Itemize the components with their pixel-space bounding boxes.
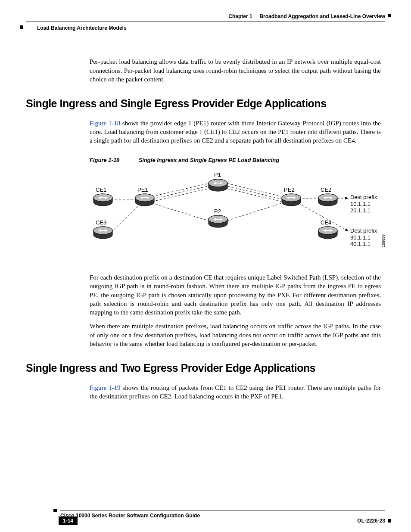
label-ce1: CE1 [96,186,106,194]
label-p2: P2 [214,208,221,215]
svg-line-2 [152,184,208,196]
label-ce4: CE4 [321,219,331,227]
router-ce3 [93,226,113,240]
svg-line-5 [152,203,208,221]
page-header: Chapter 1 Broadband Aggregation and Leas… [26,13,385,22]
page-number-badge: 1-14 [59,516,78,525]
section-1-para-2: For each destination prefix on a destina… [90,273,381,317]
svg-line-3 [152,186,208,199]
svg-line-9 [227,203,281,221]
section-1-para-1: Figure 1-18 shows the provider edge 1 (P… [90,119,381,145]
dest2-title: Dest prefix [350,227,377,234]
label-ce2: CE2 [321,186,331,194]
sec2-p1-text: shows the routing of packets from CE1 to… [90,384,381,400]
figure-1-19-link[interactable]: Figure 1-19 [90,384,121,391]
router-pe1 [135,193,155,207]
dest1-line2: 20.1.1.1 [350,207,371,214]
svg-line-7 [227,186,281,199]
diagram-id: 158658 [381,234,386,247]
chapter-title: Broadband Aggregation and Leased-Line Ov… [259,13,385,19]
header-marker [388,14,391,17]
svg-line-8 [227,189,281,202]
router-p1 [208,178,228,192]
figure-caption: Figure 1-18 Single Ingress and Single Eg… [90,156,385,164]
figure-1-18-link[interactable]: Figure 1-18 [90,120,120,127]
figure-title: Single Ingress and Single Egress PE Load… [139,157,280,163]
footer-marker [53,509,57,512]
network-diagram: CE1 CE3 PE1 P1 P2 PE2 CE2 CE4 Dest prefi… [90,170,383,260]
subheader-marker [20,25,23,29]
section-1-heading: Single Ingress and Single Egress Provide… [26,96,385,111]
router-pe2 [281,193,301,207]
svg-line-6 [227,184,281,196]
router-ce1 [93,193,113,207]
dest1-line1: 10.1.1.1 [350,201,371,207]
section-1-para-3: When there are multiple destination pref… [90,322,381,348]
svg-line-4 [152,189,208,202]
dest2-line2: 40.1.1.1 [350,241,371,247]
dest-prefix-1: Dest prefix 10.1.1.1 20.1.1.1 [350,194,377,214]
label-ce3: CE3 [96,219,106,227]
label-p1: P1 [214,171,221,179]
footer-book-title: Cisco 10000 Series Router Software Confi… [60,512,385,519]
router-ce2 [318,193,338,207]
footer-doc-id: OL-2226-23 [357,517,385,524]
footer-right-marker [388,519,391,523]
section-2-para-1: Figure 1-19 shows the routing of packets… [90,383,381,401]
dest2-line1: 30.1.1.1 [350,234,371,241]
router-p2 [208,215,228,228]
svg-line-1 [111,205,139,232]
label-pe1: PE1 [137,186,148,194]
section-title: Load Balancing Architecture Models [26,25,385,31]
dest-prefix-2: Dest prefix 30.1.1.1 40.1.1.1 [350,227,377,248]
label-pe2: PE2 [284,186,295,194]
router-ce4 [318,226,338,240]
dest1-title: Dest prefix [350,194,377,200]
sec1-p1-text: shows the provider edge 1 (PE1) router w… [90,120,381,144]
section-2-heading: Single Ingress and Two Egress Provider E… [26,361,385,376]
chapter-label: Chapter 1 [228,13,252,19]
page-footer: Cisco 10000 Series Router Software Confi… [26,510,385,519]
intro-paragraph: Per-packet load balancing allows data tr… [90,57,381,84]
figure-number: Figure 1-18 [90,156,137,164]
